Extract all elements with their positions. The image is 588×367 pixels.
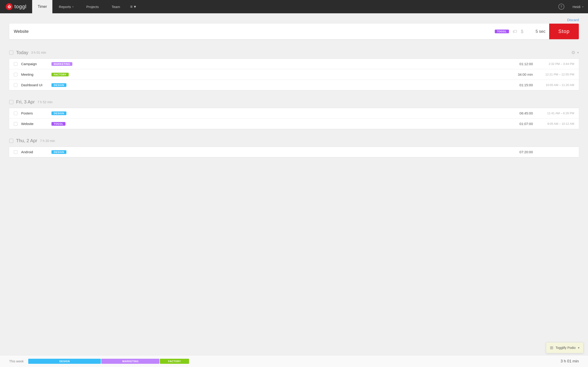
entry-dashboard-time-range: 10:05 AM – 11:20 AM: [537, 83, 574, 87]
footer-bar: This week DESIGN MARKETING FACTORY 3 h 0…: [0, 355, 588, 367]
entry-meeting-checkbox[interactable]: [14, 73, 17, 76]
footer-bar-marketing: MARKETING: [101, 359, 159, 364]
togglify-podio-popup[interactable]: ⊞ Togglify Podio ▾: [546, 342, 583, 353]
entry-meeting-duration: 34:00 min: [510, 73, 533, 76]
log-entry-android: Android DESIGN 07:20:00: [9, 147, 579, 157]
user-menu[interactable]: Heidi ▾: [568, 0, 588, 13]
section-fri-duration: 7 h 52 min: [37, 100, 52, 104]
tag-icon[interactable]: 🏷: [513, 29, 517, 34]
popup-plus-icon: ⊞: [550, 345, 553, 350]
entry-android-desc: Android: [21, 150, 49, 154]
section-today: Today 3 h 01 min ⚙ ▾ Campaign MARKETING …: [9, 46, 579, 90]
entry-meeting-tag[interactable]: FACTORY: [52, 73, 69, 76]
timer-bar: Website TOGGL 🏷 $ 5 sec Stop: [9, 24, 579, 39]
entry-meeting-desc: Meeting: [21, 73, 49, 76]
footer-this-week-label: This week: [9, 359, 24, 363]
entry-campaign-checkbox[interactable]: [14, 62, 17, 66]
entry-campaign-duration: 01:12:00: [510, 62, 533, 66]
entry-website-duration: 01:07:00: [510, 122, 533, 126]
logo-text: toggl: [15, 4, 27, 10]
section-fri-3-apr: Fri, 3 Apr 7 h 52 min Posters DESIGN 06:…: [9, 96, 579, 129]
footer-factory-label: FACTORY: [168, 360, 181, 363]
footer-total: 3 h 01 min: [561, 359, 579, 364]
timer-project-tag[interactable]: TOGGL: [495, 30, 509, 33]
discard-row: Discard: [9, 18, 579, 22]
nav-reports-label: Reports: [59, 5, 71, 9]
log-entry-dashboard-ui: Dashboard UI DESIGN 01:15:00 10:05 AM – …: [9, 80, 579, 90]
user-name: Heidi: [573, 5, 580, 9]
hamburger-dropdown-arrow: ▾: [134, 4, 136, 9]
section-fri-title: Fri, 3 Apr: [16, 99, 35, 105]
entry-android-duration: 07:20:00: [510, 150, 533, 154]
footer-design-label: DESIGN: [60, 360, 70, 363]
navbar: ⏻ toggl Timer Reports ▾ Projects Team ≡ …: [0, 0, 588, 13]
today-entries: Campaign MARKETING 01:12:00 2:32 PM – 3:…: [9, 59, 579, 90]
entry-dashboard-checkbox[interactable]: [14, 83, 17, 87]
entry-android-tag[interactable]: DESIGN: [52, 150, 66, 154]
navbar-right: ? Heidi ▾: [555, 0, 588, 13]
help-button[interactable]: ?: [555, 0, 568, 13]
log-entry-posters: Posters DESIGN 06:45:00 11:41 AM – 6:26 …: [9, 108, 579, 119]
stop-button[interactable]: Stop: [549, 24, 579, 39]
billing-icon[interactable]: $: [521, 29, 523, 34]
nav-reports[interactable]: Reports ▾: [52, 0, 80, 13]
timer-description[interactable]: Website: [14, 29, 488, 34]
logo-icon: ⏻: [6, 3, 13, 10]
section-today-actions: ⚙ ▾: [571, 50, 579, 55]
entry-dashboard-tag[interactable]: DESIGN: [52, 83, 66, 87]
footer-progress-bars: DESIGN MARKETING FACTORY: [28, 359, 189, 364]
entry-website-tag[interactable]: TOGGL: [52, 122, 65, 126]
entry-campaign-time-range: 2:32 PM – 3:44 PM: [537, 62, 574, 66]
timer-tab[interactable]: Timer: [32, 0, 52, 13]
navbar-links: Reports ▾ Projects Team ≡ ▾: [52, 0, 555, 13]
discard-button[interactable]: Discard: [567, 18, 579, 22]
footer-bar-design: DESIGN: [28, 359, 101, 364]
entry-dashboard-duration: 01:15:00: [510, 83, 533, 87]
entry-posters-checkbox[interactable]: [14, 111, 17, 115]
section-today-gear-icon[interactable]: ⚙: [571, 50, 575, 55]
entry-posters-duration: 06:45:00: [510, 111, 533, 115]
entry-campaign-tag[interactable]: MARKETING: [52, 62, 72, 66]
log-entry-campaign: Campaign MARKETING 01:12:00 2:32 PM – 3:…: [9, 59, 579, 69]
section-today-checkbox[interactable]: [9, 50, 13, 55]
help-icon: ?: [558, 4, 564, 10]
elapsed-time: 5 sec: [527, 29, 545, 34]
popup-chevron-icon[interactable]: ▾: [578, 346, 579, 350]
entry-website-checkbox[interactable]: [14, 122, 17, 126]
user-dropdown-arrow: ▾: [582, 6, 583, 8]
entry-dashboard-desc: Dashboard UI: [21, 83, 49, 87]
section-thu-checkbox[interactable]: [9, 139, 13, 143]
log-entry-meeting: Meeting FACTORY 34:00 min 12:21 PM – 12:…: [9, 69, 579, 80]
entry-posters-desc: Posters: [21, 111, 49, 115]
entry-android-checkbox[interactable]: [14, 150, 17, 154]
popup-text: Togglify Podio: [556, 346, 576, 350]
fri-entries: Posters DESIGN 06:45:00 11:41 AM – 6:26 …: [9, 108, 579, 129]
section-thu-2-apr: Thu, 2 Apr 7 h 20 min Android DESIGN 07:…: [9, 134, 579, 157]
section-today-duration: 3 h 01 min: [31, 51, 46, 54]
section-thu-duration: 7 h 20 min: [40, 139, 55, 143]
entry-posters-tag[interactable]: DESIGN: [52, 111, 66, 115]
timer-tab-label: Timer: [38, 5, 47, 9]
section-fri-checkbox[interactable]: [9, 100, 13, 104]
section-today-chevron-icon[interactable]: ▾: [577, 51, 579, 54]
hamburger-menu[interactable]: ≡ ▾: [127, 0, 140, 13]
entry-campaign-desc: Campaign: [21, 62, 49, 66]
log-entry-website: Website TOGGL 01:07:00 9:05 AM – 10:12 A…: [9, 119, 579, 129]
footer-bar-factory: FACTORY: [160, 359, 189, 364]
section-today-title: Today: [16, 50, 28, 55]
nav-team[interactable]: Team: [105, 0, 127, 13]
hamburger-icon: ≡: [130, 4, 133, 9]
entry-posters-time-range: 11:41 AM – 6:26 PM: [537, 111, 574, 115]
section-thu-title: Thu, 2 Apr: [16, 138, 37, 143]
logo[interactable]: ⏻ toggl: [0, 0, 32, 13]
nav-projects-label: Projects: [86, 5, 99, 9]
nav-team-label: Team: [112, 5, 120, 9]
entry-website-time-range: 9:05 AM – 10:12 AM: [537, 122, 574, 125]
entry-meeting-time-range: 12:21 PM – 12:55 PM: [537, 73, 574, 76]
entry-website-desc: Website: [21, 122, 49, 126]
reports-dropdown-arrow: ▾: [72, 6, 73, 8]
footer-marketing-label: MARKETING: [122, 360, 138, 363]
main-content: Discard Website TOGGL 🏷 $ 5 sec Stop Tod…: [0, 13, 588, 355]
thu-entries: Android DESIGN 07:20:00: [9, 147, 579, 157]
nav-projects[interactable]: Projects: [80, 0, 105, 13]
